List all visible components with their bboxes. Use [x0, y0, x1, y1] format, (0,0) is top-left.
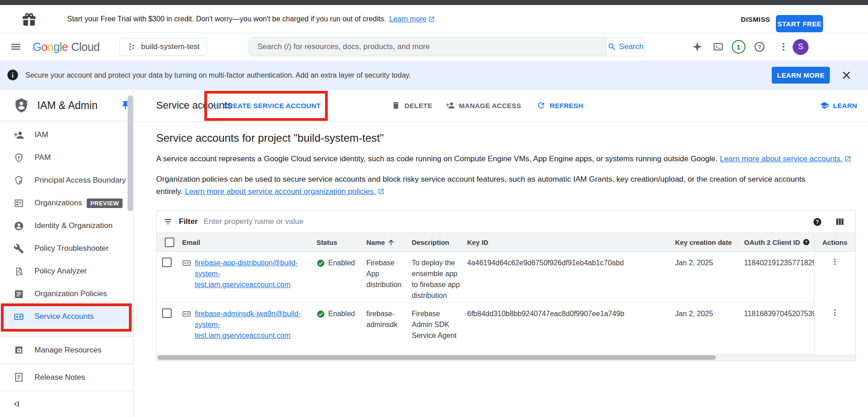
organization-policies-description: Organization policies can be used to sec…: [156, 173, 855, 198]
collapse-panel-icon: [11, 398, 22, 410]
filter-help-icon[interactable]: ?: [812, 217, 823, 227]
app-header: Google Cloud build-system-test Search: [0, 33, 868, 60]
close-icon[interactable]: [840, 69, 853, 81]
search-button-label: Search: [619, 42, 644, 51]
key-id-cell: 4a46194d64c62e9d6750f926df91eb4ab1c70abd: [464, 252, 672, 303]
sidebar-header: IAM & Admin: [0, 90, 133, 121]
service-account-email-link[interactable]: firebase-adminsdk-jwa9n@build-system-tes…: [195, 308, 310, 350]
manage-access-button[interactable]: MANAGE ACCESS: [446, 90, 521, 121]
shield-person-icon: [14, 175, 24, 186]
column-header-name[interactable]: Name: [364, 233, 409, 252]
learn-more-service-accounts-link[interactable]: Learn more about service accounts.: [720, 154, 851, 163]
column-header-key-id[interactable]: Key ID: [464, 233, 672, 252]
account-circle-icon: [14, 221, 24, 231]
refresh-button[interactable]: REFRESH: [537, 90, 583, 121]
sidebar-item-manage-resources[interactable]: Manage Resources: [0, 337, 133, 363]
external-link-icon: [378, 188, 385, 195]
sidebar-item-identity-organization[interactable]: Identity & Organization: [0, 214, 133, 237]
logo-letter: g: [54, 40, 59, 54]
description-cell: Firebase Admin SDK Service Agent: [409, 303, 464, 354]
gemini-sparkle-icon[interactable]: [692, 33, 703, 60]
preview-badge: PREVIEW: [87, 199, 123, 208]
column-header-oauth2-client-id[interactable]: OAuth 2 Client ID ?: [741, 233, 814, 252]
service-account-key-icon: [182, 258, 191, 268]
sidebar-item-policy-analyzer[interactable]: Policy Analyzer: [0, 260, 133, 283]
learn-more-button[interactable]: LEARN MORE: [772, 67, 830, 84]
filter-input[interactable]: [204, 217, 806, 226]
svg-text:?: ?: [805, 240, 808, 244]
collapse-sidebar-button[interactable]: [0, 391, 133, 417]
row-more-vert-icon[interactable]: [830, 257, 839, 266]
avatar-initial: S: [793, 39, 809, 55]
dismiss-button[interactable]: DISMISS: [736, 5, 774, 33]
status-cell: Enabled: [314, 303, 364, 354]
sidebar-item-principal-access-boundary[interactable]: Principal Access Boundary: [0, 169, 133, 192]
security-banner: Secure your account and protect your dat…: [0, 60, 868, 90]
oauth2-client-id-cell: 118168397045207539: [741, 303, 814, 354]
logo-letter: e: [62, 40, 68, 54]
search-input[interactable]: [249, 38, 606, 56]
browser-top-strip: [0, 0, 868, 5]
row-checkbox[interactable]: [162, 308, 172, 318]
name-cell: Firebase App distribution: [364, 252, 409, 303]
iam-admin-shield-icon: [14, 98, 29, 113]
google-cloud-logo[interactable]: Google Cloud: [33, 33, 99, 60]
sidebar-item-iam[interactable]: IAM: [0, 124, 133, 146]
horizontal-scrollbar-thumb[interactable]: [158, 355, 716, 360]
service-account-email-link[interactable]: firebase-app-distribution@build-system-t…: [195, 258, 310, 298]
security-message: Secure your account and protect your dat…: [25, 60, 411, 90]
column-header-actions: Actions: [814, 233, 855, 252]
help-icon[interactable]: ?: [754, 33, 765, 60]
service-accounts-table: Email Status Name Description Key ID Key…: [157, 233, 855, 354]
header-checkbox-cell: [157, 233, 179, 252]
email-cell: firebase-app-distribution@build-system-t…: [179, 252, 314, 303]
manage-resources-icon: [14, 345, 24, 355]
toolbar-divider: [134, 121, 868, 122]
table-row-checkbox-cell: [157, 252, 179, 303]
shield-key-icon: [14, 153, 24, 163]
cloud-shell-icon[interactable]: [713, 33, 724, 60]
sidebar-item-pam[interactable]: PAM: [0, 146, 133, 169]
project-selector[interactable]: build-system-test: [119, 38, 207, 56]
wrench-icon: [14, 243, 24, 254]
hamburger-menu-icon[interactable]: [9, 41, 23, 53]
external-link-icon: [428, 16, 435, 23]
help-icon[interactable]: ?: [802, 238, 810, 246]
sidebar-item-organization-policies[interactable]: Organization Policies: [0, 283, 133, 305]
sidebar-scrollbar[interactable]: [128, 95, 133, 211]
column-header-key-creation-date[interactable]: Key creation date: [672, 233, 741, 252]
status-cell: Enabled: [314, 252, 364, 303]
trial-learn-more-link[interactable]: Learn more: [389, 15, 435, 23]
logo-letter: o: [47, 40, 53, 54]
delete-button[interactable]: DELETE: [391, 90, 432, 121]
learn-button[interactable]: LEARN: [820, 90, 857, 121]
search-button[interactable]: Search: [606, 38, 644, 56]
status-text: Enabled: [328, 258, 355, 298]
column-header-status[interactable]: Status: [314, 233, 364, 252]
column-header-email[interactable]: Email: [179, 233, 314, 252]
sidebar-item-release-notes[interactable]: Release Notes: [0, 364, 133, 391]
service-account-key-icon: [182, 309, 191, 318]
learn-more-org-policies-link[interactable]: Learn more about service account organiz…: [185, 187, 385, 196]
service-accounts-table-card: Filter ? Email Status Name Description K…: [156, 210, 856, 361]
row-checkbox[interactable]: [162, 258, 172, 267]
account-avatar[interactable]: S: [793, 33, 809, 60]
sidebar-item-organizations[interactable]: Organizations PREVIEW: [0, 192, 133, 214]
document-icon: [14, 289, 24, 299]
sidebar-item-service-accounts[interactable]: Service Accounts: [0, 305, 133, 328]
column-header-description[interactable]: Description: [409, 233, 464, 252]
create-service-account-button[interactable]: CREATE SERVICE ACCOUNT: [210, 90, 321, 121]
notifications-badge[interactable]: 1: [732, 33, 745, 60]
start-free-button[interactable]: START FREE: [776, 15, 823, 32]
actions-cell: [814, 252, 855, 303]
enabled-check-icon: [316, 310, 325, 318]
more-vert-icon[interactable]: [778, 33, 789, 60]
sidebar-nav: IAM PAM Principal Access Boundary Organi…: [0, 121, 133, 328]
name-cell: firebase-adminsdk: [364, 303, 409, 354]
column-display-icon[interactable]: [834, 216, 845, 227]
row-more-vert-icon[interactable]: [830, 308, 839, 317]
free-trial-banner: Start your Free Trial with $300 in credi…: [0, 5, 868, 33]
select-all-checkbox[interactable]: [165, 238, 174, 247]
filter-bar: Filter ?: [157, 211, 855, 233]
sidebar-item-policy-troubleshooter[interactable]: Policy Troubleshooter: [0, 237, 133, 260]
